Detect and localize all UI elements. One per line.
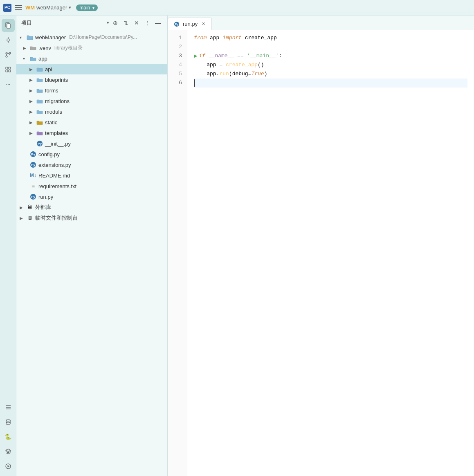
minimize-button[interactable]: — [153, 18, 162, 27]
line-num-4: 4 [168, 61, 182, 70]
tab-bar: Py run.py ✕ [168, 16, 474, 30]
tree-item-moduls[interactable]: ▶ moduls [16, 106, 167, 117]
tree-item-webmanager-root[interactable]: ▾ webManager D:\HomePage\Documents\Py... [16, 32, 167, 43]
more-options-button[interactable]: ⋮ [143, 18, 152, 27]
chevron-right-icon: ▶ [20, 216, 25, 220]
svg-text:Py: Py [31, 153, 35, 156]
markdown-file-icon: M↓ [29, 172, 37, 179]
python-tab-icon: Py [173, 20, 180, 28]
python-file-icon: Py [29, 150, 37, 158]
sidebar-item-todo[interactable] [2, 401, 15, 414]
tree-item-temp[interactable]: ▶ 🖥 临时文件和控制台 [16, 213, 167, 223]
editor-tab-run-py[interactable]: Py run.py ✕ [168, 18, 212, 30]
svg-rect-9 [6, 67, 8, 69]
sidebar-item-more[interactable]: ··· [2, 78, 15, 91]
file-tree-header: 项目 ▾ ⊕ ⇅ ✕ ⋮ — [16, 16, 167, 30]
tree-item-label: forms [45, 88, 58, 94]
sidebar-item-python[interactable]: 🐍 [2, 430, 15, 443]
tree-item-extensions[interactable]: ▶ Py extensions.py [16, 159, 167, 170]
file-tree: ▾ webManager D:\HomePage\Documents\Py...… [16, 30, 167, 476]
tree-item-app[interactable]: ▾ app [16, 53, 167, 64]
chevron-right-icon: ▶ [23, 46, 28, 50]
tree-item-label: .venv [38, 45, 51, 51]
python-file-icon: Py [29, 193, 37, 200]
svg-text:Py: Py [31, 195, 35, 199]
svg-rect-1 [7, 24, 10, 28]
tree-item-label: 临时文件和控制台 [35, 214, 78, 222]
sidebar-item-layers[interactable] [2, 445, 15, 458]
sidebar-item-files[interactable] [2, 19, 15, 32]
tree-item-label: README.md [38, 173, 70, 179]
tree-item-label: migrations [45, 98, 70, 104]
folder-purple-icon [36, 129, 43, 137]
line-num-3: 3 [168, 52, 182, 61]
add-file-button[interactable]: ⊕ [111, 18, 120, 27]
tree-item-external-libs[interactable]: ▶ 🏛 外部库 [16, 202, 167, 213]
folder-open-icon [29, 55, 37, 62]
tree-item-config[interactable]: ▶ Py config.py [16, 149, 167, 159]
tree-item-label: extensions.py [38, 162, 71, 168]
sidebar-item-run[interactable] [2, 460, 15, 473]
file-tree-panel: 项目 ▾ ⊕ ⇅ ✕ ⋮ — ▾ webManager D:\HomePage\… [16, 16, 168, 476]
code-line-3: ▶ if __name__ == '__main__' : [194, 52, 467, 61]
svg-rect-10 [9, 67, 11, 69]
chevron-down-icon: ▾ [107, 20, 109, 25]
sidebar-item-structure[interactable] [2, 63, 15, 76]
tree-item-forms[interactable]: ▶ forms [16, 85, 167, 96]
line-num-2: 2 [168, 43, 182, 52]
branch-badge[interactable]: main ▾ [76, 4, 97, 11]
svg-rect-12 [9, 70, 11, 72]
tree-item-label: __init__.py [45, 141, 71, 147]
close-panel-button[interactable]: ✕ [132, 18, 141, 27]
tree-item-path: D:\HomePage\Documents\Py... [69, 34, 137, 40]
svg-point-16 [6, 420, 10, 421]
tree-item-static[interactable]: ▶ static [16, 117, 167, 128]
tree-item-requirements[interactable]: ▶ ≡ requirements.txt [16, 181, 167, 191]
code-editor[interactable]: 1 2 3 4 5 6 from app import create_app [168, 30, 474, 476]
tree-item-blueprints[interactable]: ▶ blueprints [16, 74, 167, 85]
sidebar-item-database[interactable] [2, 415, 15, 429]
sort-button[interactable]: ⇅ [121, 18, 130, 27]
chevron-right-icon: ▶ [29, 110, 34, 114]
app-brand: WM webManager ▾ [25, 4, 71, 11]
console-icon: 🖥 [26, 214, 34, 222]
tree-item-api[interactable]: ▶ api [16, 64, 167, 74]
line-num-5: 5 [168, 70, 182, 79]
line-num-1: 1 [168, 34, 182, 43]
tab-label: run.py [183, 21, 198, 27]
app-logo: PC [3, 4, 11, 12]
tab-close-button[interactable]: ✕ [200, 21, 207, 27]
tree-item-run[interactable]: ▶ Py run.py [16, 191, 167, 202]
tree-item-venv[interactable]: ▶ .venv library根目录 [16, 43, 167, 53]
tree-item-label: requirements.txt [38, 183, 76, 189]
python-file-icon: Py [29, 161, 37, 168]
tree-item-migrations[interactable]: ▶ migrations [16, 96, 167, 106]
chevron-right-icon: ▶ [29, 99, 34, 103]
line-num-6: 6 [168, 79, 182, 88]
sidebar-item-commits[interactable] [2, 34, 15, 47]
tree-item-templates[interactable]: ▶ templates [16, 128, 167, 138]
branch-chevron-icon: ▾ [92, 6, 94, 10]
run-marker-icon: ▶ [194, 52, 197, 61]
main-layout: ··· 🐍 [0, 16, 474, 476]
code-line-2 [194, 43, 467, 52]
titlebar: PC WM webManager ▾ main ▾ [0, 0, 474, 16]
svg-marker-18 [7, 465, 9, 467]
tree-item-label: moduls [45, 109, 62, 115]
library-icon: 🏛 [26, 204, 34, 211]
folder-icon [36, 65, 43, 73]
editor-area: Py run.py ✕ 1 2 3 4 5 6 from app [168, 16, 474, 476]
code-line-5: app. run (debug= True ) [194, 70, 467, 79]
file-tree-title: 项目 [21, 19, 105, 27]
sidebar-item-branches[interactable] [2, 48, 15, 61]
tree-item-label: templates [45, 130, 68, 136]
menu-button[interactable] [15, 4, 22, 11]
tree-item-readme[interactable]: ▶ M↓ README.md [16, 170, 167, 181]
tree-item-init[interactable]: ▶ Py __init__.py [16, 138, 167, 149]
svg-point-5 [6, 56, 7, 57]
app-name-label: webManager [36, 4, 67, 11]
chevron-right-icon: ▶ [29, 131, 34, 135]
svg-text:Py: Py [31, 163, 35, 167]
code-content[interactable]: from app import create_app ▶ if __name__… [187, 30, 474, 476]
chevron-right-icon: ▶ [29, 88, 34, 93]
